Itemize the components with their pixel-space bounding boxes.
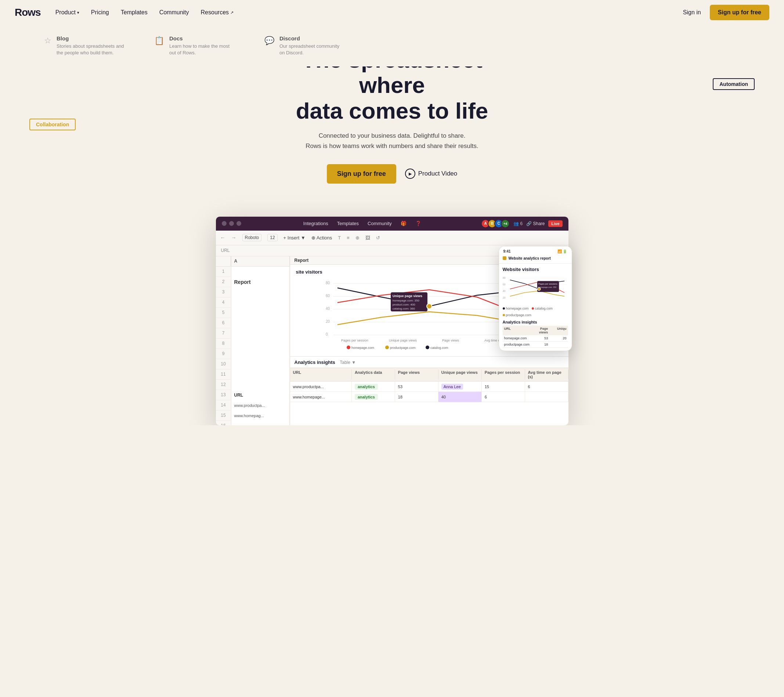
resource-discord[interactable]: 💬 Discord Our spreadsheet community on D… (264, 35, 345, 56)
insert-button[interactable]: + Insert ▼ (283, 235, 306, 241)
table-cell-pv-1[interactable]: 53 (395, 382, 438, 392)
resource-blog[interactable]: ☆ Blog Stories about spreadsheets and th… (44, 35, 125, 56)
logo[interactable]: Rows (15, 7, 41, 18)
legend-dot-homepage (503, 307, 505, 310)
app-nav-templates[interactable]: Templates (337, 221, 359, 226)
cell-a4[interactable] (231, 297, 290, 308)
mobile-preview: 9:41 📶 🔋 Website analytics report Websit… (499, 246, 572, 351)
font-selector[interactable]: Roboto (242, 234, 262, 241)
nav-community[interactable]: Community (160, 9, 189, 16)
col-avgtime: Avg time on page (s) (525, 369, 568, 380)
cell-a16[interactable] (231, 421, 290, 425)
product-video-button[interactable]: ▶ Product Video (405, 168, 457, 179)
col-a: A Report URL www.productpa (231, 256, 290, 425)
signup-button[interactable]: Sign up for free (710, 5, 769, 20)
row-16: 16 (216, 421, 231, 425)
share-button[interactable]: 🔗 Share (526, 221, 545, 226)
resource-blog-desc: Stories about spreadsheets and the peopl… (56, 43, 125, 56)
cell-a5[interactable] (231, 308, 290, 318)
row-5: 5 (216, 308, 231, 318)
table-cell-avg-2[interactable] (525, 392, 568, 402)
forward-button[interactable]: → (231, 235, 237, 241)
row-2: 2 (216, 277, 231, 287)
col-pages-session: Pages per session (482, 369, 525, 380)
resource-docs-desc: Learn how to make the most out of Rows. (169, 43, 235, 56)
mobile-chart: 80 60 40 20 Pages per sessions homepage.… (503, 274, 568, 304)
nav-actions: Sign in Sign up for free (683, 5, 769, 20)
svg-text:40: 40 (503, 290, 506, 292)
nav-resources[interactable]: Resources ↗ (201, 9, 234, 16)
cell-a13[interactable]: URL (231, 390, 290, 400)
table-cell-url-2[interactable]: www.homepage... (290, 392, 352, 402)
signin-button[interactable]: Sign in (683, 9, 701, 16)
dot-close (222, 221, 227, 226)
row-13: 13 (216, 390, 231, 400)
table-cell-url-1[interactable]: www.productpa... (290, 382, 352, 392)
back-button[interactable]: ← (220, 235, 226, 241)
row-7: 7 (216, 328, 231, 339)
svg-text:homepage.com: 350: homepage.com: 350 (392, 299, 419, 302)
table-cell-avg-1[interactable]: 6 (525, 382, 568, 392)
analytics-insights-header: Analytics insights Table ▼ (290, 357, 568, 368)
col-unique: Unique page views (438, 369, 482, 380)
undo-icon: ↺ (376, 235, 380, 241)
cell-a14[interactable]: www.productpa... (231, 400, 290, 410)
cell-a9[interactable] (231, 349, 290, 359)
col-analytics: Analytics data (352, 369, 395, 380)
mobile-insights-title: Analytics insights (503, 320, 568, 324)
cell-a10[interactable] (231, 359, 290, 369)
mobile-table-row-1: homepage.com 53 20 (503, 335, 568, 341)
cell-a8[interactable] (231, 339, 290, 349)
align-icon: ≡ (347, 235, 349, 241)
table-cell-pv-2[interactable]: 18 (395, 392, 438, 402)
table-row-2[interactable]: www.homepage... analytics 18 40 6 (290, 392, 568, 402)
hero-signup-button[interactable]: Sign up for free (327, 164, 396, 184)
row-1: 1 (216, 267, 231, 277)
window-dots (222, 221, 241, 226)
table-cell-ps-1[interactable]: 15 (482, 382, 525, 392)
cell-a3[interactable] (231, 287, 290, 297)
table-view-toggle[interactable]: Table ▼ (340, 360, 356, 365)
row-6: 6 (216, 318, 231, 328)
table-cell-uniq-1[interactable]: Anna Lee (438, 382, 482, 392)
spreadsheet-toolbar: ← → Roboto 12 + Insert ▼ ⊕ Actions T ≡ ⊕… (216, 231, 568, 245)
table-cell-analytics-2[interactable]: analytics (352, 392, 395, 402)
table-row-1[interactable]: www.productpa... analytics 53 Anna Lee 1… (290, 382, 568, 392)
hero-subtext: Connected to your business data. Delight… (15, 131, 769, 151)
cell-a6[interactable] (231, 318, 290, 328)
fontsize-selector[interactable]: 12 (267, 234, 277, 241)
hero-actions: Sign up for free ▶ Product Video (15, 164, 769, 184)
app-nav-community[interactable]: Community (367, 221, 392, 226)
cell-a1[interactable] (231, 267, 290, 277)
row-11: 11 (216, 369, 231, 380)
navigation: Rows Product ▾ Pricing Templates Communi… (0, 0, 784, 25)
cell-a12[interactable] (231, 380, 290, 390)
resource-docs[interactable]: 📋 Docs Learn how to make the most out of… (154, 35, 235, 56)
table-cell-uniq-2[interactable]: 40 (438, 392, 482, 402)
badge-automation[interactable]: Automation (713, 78, 754, 90)
app-nav-integrations[interactable]: Integrations (303, 221, 328, 226)
nav-pricing[interactable]: Pricing (91, 9, 109, 16)
svg-text:product.com: 400: product.com: 400 (392, 303, 415, 306)
nav-product[interactable]: Product ▾ (56, 9, 79, 16)
nav-templates[interactable]: Templates (121, 9, 148, 16)
header-dot-icon (503, 256, 506, 260)
svg-text:Pages per sessions: Pages per sessions (538, 283, 557, 285)
actions-button[interactable]: ⊕ Actions (311, 235, 332, 241)
table-cell-analytics-1[interactable]: analytics (352, 382, 395, 392)
svg-text:60: 60 (326, 294, 330, 298)
svg-text:Unique page views: Unique page views (389, 339, 417, 342)
corner-cell (216, 256, 231, 267)
cell-a2[interactable]: Report (231, 277, 290, 287)
cell-a7[interactable] (231, 328, 290, 339)
table-cell-ps-2[interactable]: 6 (482, 392, 525, 402)
row-15: 15 (216, 410, 231, 421)
cell-a11[interactable] (231, 369, 290, 380)
nav-links: Product ▾ Pricing Templates Community Re… (56, 9, 683, 16)
docs-icon: 📋 (154, 36, 164, 46)
cell-a15[interactable]: www.homepag... (231, 410, 290, 421)
legend-product: productpage.com (503, 313, 532, 317)
legend-dot-catalog (532, 307, 534, 310)
row-3: 3 (216, 287, 231, 297)
badge-collaboration[interactable]: Collaboration (30, 119, 76, 130)
